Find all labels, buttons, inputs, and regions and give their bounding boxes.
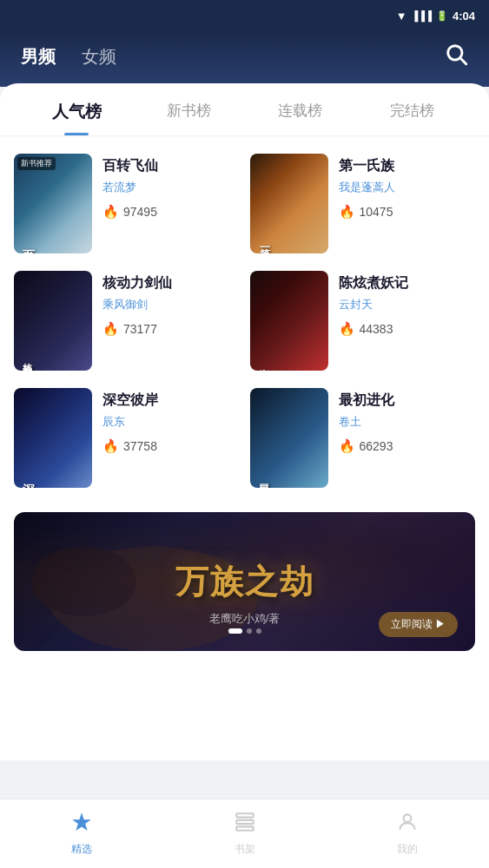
nav-tab-profile[interactable]: 我的 (326, 811, 489, 857)
book-author-4[interactable]: 云封天 (339, 297, 476, 312)
shelf-icon (234, 811, 256, 838)
book-info-5: 深空彼岸 辰东 🔥 37758 (102, 388, 240, 454)
nav-tab-shelf[interactable]: 书架 (163, 811, 327, 857)
signal-icon: ▐▐▐ (412, 10, 432, 21)
fire-icon-1: 🔥 (102, 204, 119, 220)
profile-icon (396, 811, 419, 838)
banner-dot-2[interactable] (247, 628, 252, 634)
nav-tab-shelf-label: 书架 (235, 842, 255, 857)
book-author-1[interactable]: 若流梦 (102, 180, 240, 195)
book-item-4[interactable]: 煮妖记 陈炫煮妖记 云封天 🔥 44383 (250, 271, 476, 371)
book-item-3[interactable]: 核动力剑仙 核动力剑仙 乘风御剑 🔥 73177 (14, 271, 240, 371)
svg-point-0 (448, 46, 462, 60)
banner[interactable]: 万族之劫 老鹰吃小鸡/著 立即阅读 ▶ (14, 512, 475, 651)
book-cover-6: 最初进化 (250, 388, 328, 488)
nav-tab-featured-label: 精选 (71, 842, 92, 857)
book-info-2: 第一氏族 我是蓬蒿人 🔥 10475 (339, 154, 476, 220)
bottom-nav: 精选 书架 我的 (0, 799, 489, 868)
banner-dot-1[interactable] (228, 628, 242, 634)
tabs-bar: 人气榜 新书榜 连载榜 完结榜 (0, 83, 489, 136)
fire-icon-3: 🔥 (102, 321, 119, 337)
book-cover-5: 深空彼岸 (14, 388, 92, 488)
svg-rect-4 (236, 813, 254, 817)
book-info-4: 陈炫煮妖记 云封天 🔥 44383 (339, 271, 476, 337)
status-icons: ▼ ▐▐▐ 🔋 4:04 (396, 10, 475, 23)
book-item-2[interactable]: 第一氏族 第一氏族 我是蓬蒿人 🔥 10475 (250, 154, 476, 253)
book-author-2[interactable]: 我是蓬蒿人 (339, 180, 476, 195)
book-info-3: 核动力剑仙 乘风御剑 🔥 73177 (102, 271, 240, 337)
book-title-5: 深空彼岸 (102, 391, 240, 410)
fire-icon-6: 🔥 (339, 438, 355, 454)
book-title-4: 陈炫煮妖记 (339, 274, 476, 293)
battery-icon: 🔋 (436, 10, 448, 22)
nav-tab-profile-label: 我的 (397, 842, 418, 857)
fire-icon-5: 🔥 (102, 438, 119, 454)
book-heat-2: 🔥 10475 (339, 204, 476, 220)
nav-tab-featured[interactable]: 精选 (0, 811, 163, 857)
nav-male[interactable]: 男频 (21, 45, 56, 69)
book-cover-4: 煮妖记 (250, 271, 328, 371)
book-title-6: 最初进化 (339, 391, 476, 410)
svg-point-7 (404, 814, 412, 822)
header-nav: 男频 女频 (21, 45, 116, 69)
svg-line-1 (461, 59, 466, 64)
book-heat-5: 🔥 37758 (102, 438, 240, 454)
fire-icon-4: 🔥 (339, 321, 355, 337)
svg-rect-6 (236, 826, 254, 830)
banner-dots (228, 628, 261, 634)
book-item-6[interactable]: 最初进化 最初进化 卷土 🔥 66293 (250, 388, 476, 488)
book-author-6[interactable]: 卷土 (339, 414, 476, 430)
nav-female[interactable]: 女频 (82, 45, 116, 69)
book-item[interactable]: 新书推荐 百转飞仙 百转飞仙 若流梦 🔥 97495 (14, 154, 240, 253)
book-author-5[interactable]: 辰东 (102, 414, 240, 430)
fire-icon-2: 🔥 (339, 204, 355, 220)
header: 男频 女频 (0, 31, 489, 87)
featured-icon (70, 811, 93, 838)
svg-rect-5 (236, 820, 254, 824)
main-content: 人气榜 新书榜 连载榜 完结榜 新书推荐 百转飞仙 百转飞仙 若流梦 🔥 974… (0, 83, 489, 760)
status-time: 4:04 (453, 10, 475, 23)
book-item-5[interactable]: 深空彼岸 深空彼岸 辰东 🔥 37758 (14, 388, 240, 488)
book-cover-3: 核动力剑仙 (14, 271, 92, 371)
banner-read-button[interactable]: 立即阅读 ▶ (379, 612, 458, 637)
book-title-3: 核动力剑仙 (102, 274, 240, 293)
book-heat-6: 🔥 66293 (339, 438, 476, 454)
banner-dot-3[interactable] (256, 628, 261, 634)
book-title-2: 第一氏族 (339, 157, 476, 175)
tab-popular[interactable]: 人气榜 (21, 101, 133, 135)
book-info-1: 百转飞仙 若流梦 🔥 97495 (102, 154, 240, 220)
book-heat-1: 🔥 97495 (102, 204, 240, 220)
status-bar: ▼ ▐▐▐ 🔋 4:04 (0, 0, 489, 31)
book-title-1: 百转飞仙 (102, 157, 240, 175)
book-info-6: 最初进化 卷土 🔥 66293 (339, 388, 476, 454)
banner-subtitle: 老鹰吃小鸡/著 (209, 611, 281, 627)
book-cover-2: 第一氏族 (250, 154, 328, 253)
book-heat-4: 🔥 44383 (339, 321, 476, 337)
banner-title: 万族之劫 (175, 560, 314, 604)
tab-completed[interactable]: 完结榜 (356, 101, 468, 135)
book-cover-1: 新书推荐 百转飞仙 (14, 154, 92, 253)
book-author-3[interactable]: 乘风御剑 (102, 297, 240, 312)
search-button[interactable] (444, 42, 468, 71)
tab-new[interactable]: 新书榜 (133, 101, 245, 135)
book-grid: 新书推荐 百转飞仙 百转飞仙 若流梦 🔥 97495 第一氏族 第一氏族 我是蓬… (0, 136, 489, 505)
tab-ongoing[interactable]: 连载榜 (245, 101, 357, 135)
book-heat-3: 🔥 73177 (102, 321, 240, 337)
wifi-icon: ▼ (396, 10, 407, 23)
svg-point-3 (32, 547, 136, 616)
